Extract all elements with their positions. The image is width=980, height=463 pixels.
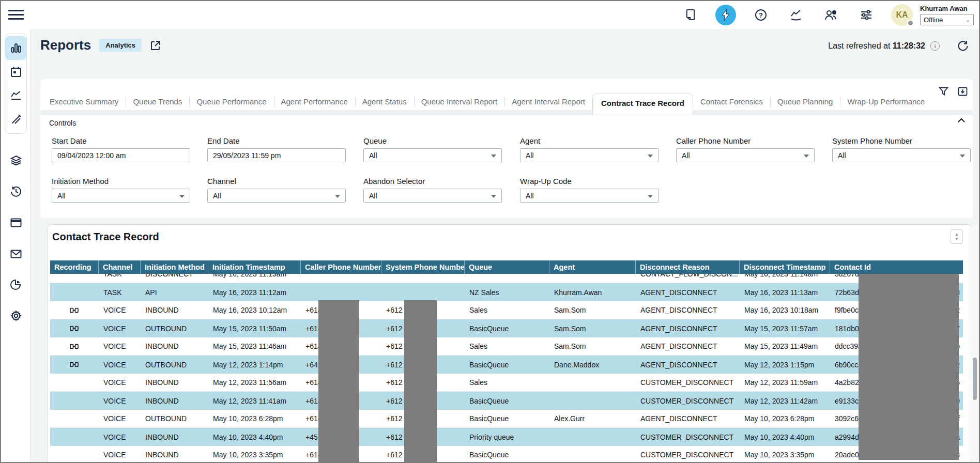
- column-header-initiation-timestamp[interactable]: Initiation Timestamp: [208, 260, 300, 274]
- filter-field-channel: Channel All: [207, 177, 346, 203]
- users-icon[interactable]: [821, 5, 841, 25]
- table-header-row: RecordingChannelInitiation MethodInitiat…: [50, 260, 963, 274]
- realtime-bolt-icon[interactable]: [715, 5, 736, 25]
- column-header-agent[interactable]: Agent: [549, 260, 635, 274]
- input-start-date[interactable]: 09/04/2023 12:00 am: [52, 148, 190, 162]
- user-name: Khurram Awan: [920, 5, 974, 12]
- dropdown-agent[interactable]: All: [520, 148, 659, 162]
- recording-icon[interactable]: [70, 307, 79, 314]
- scrollbar-thumb[interactable]: [973, 358, 977, 400]
- dropdown-channel[interactable]: All: [207, 189, 346, 203]
- dropdown-queue[interactable]: All: [363, 148, 502, 162]
- sidebar-item-bar-chart[interactable]: [5, 36, 26, 60]
- input-end-date[interactable]: 29/05/2023 11:59 pm: [207, 148, 346, 162]
- column-header-caller-phone-number[interactable]: Caller Phone Number: [300, 260, 381, 274]
- table-row[interactable]: VOICEINBOUNDMay 10, 2023 3:35pm+614+612B…: [50, 446, 963, 463]
- table-row[interactable]: VOICEINBOUNDMay 10, 2023 4:40pm+457+612P…: [50, 428, 963, 446]
- field-label: End Date: [207, 136, 346, 145]
- table-row[interactable]: VOICEOUTBOUNDMay 12, 2023 1:14pm+642+612…: [50, 356, 963, 374]
- column-header-disconnect-timestamp[interactable]: Disconnect Timestamp: [739, 260, 830, 274]
- cell-disconnect-timestamp: May 15, 2023 11:49am: [739, 337, 830, 355]
- analytics-badge: Analytics: [99, 39, 142, 52]
- dropdown-system-phone-number[interactable]: All: [832, 148, 971, 162]
- tab-wrap-up-performance[interactable]: Wrap-Up Performance: [840, 93, 932, 110]
- recording-icon[interactable]: [70, 361, 79, 368]
- sidebar-item-calendar[interactable]: [5, 60, 26, 84]
- cell-queue: Sales: [464, 301, 549, 319]
- tab-agent-interval-report[interactable]: Agent Interval Report: [504, 93, 592, 110]
- column-header-disconnect-reason[interactable]: Disconnect Reason: [635, 260, 739, 274]
- sidebar-item-pie-chart[interactable]: [5, 273, 27, 297]
- tab-queue-planning[interactable]: Queue Planning: [770, 93, 840, 110]
- external-link-icon[interactable]: [150, 40, 161, 51]
- filter-field-initiation-method: Initiation Method All: [52, 177, 190, 203]
- sidebar-item-history[interactable]: [5, 180, 27, 204]
- cell-agent: [549, 274, 635, 278]
- cell-recording: [50, 319, 98, 337]
- tab-queue-trends[interactable]: Queue Trends: [126, 93, 189, 110]
- cell-disconnect-timestamp: May 16, 2023 10:18am: [739, 301, 830, 319]
- sidebar-item-settings-gear[interactable]: [5, 304, 27, 328]
- column-header-initiation-method[interactable]: Initiation Method: [140, 260, 208, 274]
- recording-icon[interactable]: [70, 325, 79, 332]
- filters-sliders-icon[interactable]: [856, 5, 877, 25]
- field-label: Abandon Selector: [363, 177, 502, 186]
- table-row[interactable]: VOICEOUTBOUNDMay 15, 2023 11:50am+614+61…: [50, 319, 963, 337]
- table-row[interactable]: VOICEOUTBOUNDMay 10, 2023 6:28pm+614+612…: [50, 410, 963, 428]
- tab-contract-trace-record[interactable]: Contract Trace Record: [592, 94, 693, 115]
- page-scrollbar[interactable]: [971, 225, 978, 462]
- controls-heading: Controls: [49, 119, 76, 127]
- help-icon[interactable]: ?: [751, 5, 771, 25]
- status-select[interactable]: Offline ⌄: [920, 14, 974, 25]
- notes-icon[interactable]: [680, 5, 701, 25]
- sidebar-item-layers[interactable]: [5, 149, 27, 173]
- dropdown-wrap-up-code[interactable]: All: [520, 189, 659, 203]
- contact-id-fragment: 4a2b82: [835, 378, 859, 387]
- table-row[interactable]: VOICEINBOUNDMay 16, 2023 10:12am+614+612…: [50, 301, 963, 319]
- sidebar-item-mail[interactable]: [5, 242, 27, 266]
- cell-disconnect-reason: CONTACT_FLOW_DISCON...: [635, 274, 739, 278]
- column-header-queue[interactable]: Queue: [464, 260, 549, 274]
- sidebar-item-line-chart[interactable]: [5, 84, 26, 107]
- metrics-icon[interactable]: [786, 5, 806, 25]
- tab-queue-interval-report[interactable]: Queue Interval Report: [414, 93, 505, 110]
- cell-recording: [50, 356, 98, 374]
- column-header-recording[interactable]: Recording: [50, 260, 98, 274]
- cell-initiation-timestamp: May 12, 2023 11:56am: [208, 374, 300, 391]
- column-header-contact-id[interactable]: Contact Id: [830, 260, 961, 274]
- table-row[interactable]: TASKDISCONNECTMay 16, 2023 11:13amCONTAC…: [50, 274, 963, 283]
- cell-channel: VOICE: [98, 301, 140, 319]
- cell-initiation-method: OUTBOUND: [140, 319, 208, 337]
- tab-contact-forensics[interactable]: Contact Forensics: [693, 93, 770, 110]
- dropdown-caller-phone-number[interactable]: All: [676, 148, 815, 162]
- download-icon[interactable]: [958, 87, 968, 96]
- table-row[interactable]: TASKAPIMay 16, 2023 11:12amNZ SalesKhurr…: [50, 283, 963, 301]
- sidebar-item-design-brush[interactable]: [5, 107, 26, 131]
- cell-agent: [549, 392, 635, 410]
- table-row[interactable]: VOICEINBOUNDMay 12, 2023 11:41am+614+612…: [50, 392, 963, 410]
- table-scroll-stepper[interactable]: ▲▼: [951, 229, 963, 244]
- column-header-system-phone-number[interactable]: System Phone Number: [381, 260, 464, 274]
- tab-executive-summary[interactable]: Executive Summary: [42, 93, 126, 110]
- filter-field-queue: Queue All: [363, 136, 502, 162]
- hamburger-menu-icon[interactable]: [8, 7, 24, 22]
- cell-initiation-timestamp: May 16, 2023 10:12am: [208, 301, 300, 319]
- column-header-channel[interactable]: Channel: [98, 260, 140, 274]
- table-row[interactable]: VOICEINBOUNDMay 12, 2023 11:56am+614+612…: [50, 374, 963, 392]
- sidebar-item-browser-window[interactable]: [5, 211, 27, 235]
- tab-queue-performance[interactable]: Queue Performance: [189, 93, 273, 110]
- cell-recording: [50, 337, 98, 355]
- collapse-chevron-icon[interactable]: [957, 118, 966, 123]
- filter-icon[interactable]: [939, 87, 948, 96]
- info-icon[interactable]: i: [930, 41, 940, 51]
- cell-disconnect-timestamp: May 12, 2023 1:15pm: [739, 356, 830, 374]
- tab-agent-performance[interactable]: Agent Performance: [274, 93, 355, 110]
- dropdown-abandon-selector[interactable]: All: [363, 189, 502, 203]
- refresh-icon[interactable]: [957, 40, 969, 52]
- cell-disconnect-timestamp: May 10, 2023 3:35pm: [739, 446, 830, 463]
- table-row[interactable]: VOICEINBOUNDMay 15, 2023 11:46am+614+612…: [50, 337, 963, 356]
- recording-icon[interactable]: [70, 343, 79, 350]
- tab-agent-status[interactable]: Agent Status: [355, 93, 414, 110]
- avatar[interactable]: KA: [891, 4, 913, 26]
- dropdown-initiation-method[interactable]: All: [52, 189, 190, 203]
